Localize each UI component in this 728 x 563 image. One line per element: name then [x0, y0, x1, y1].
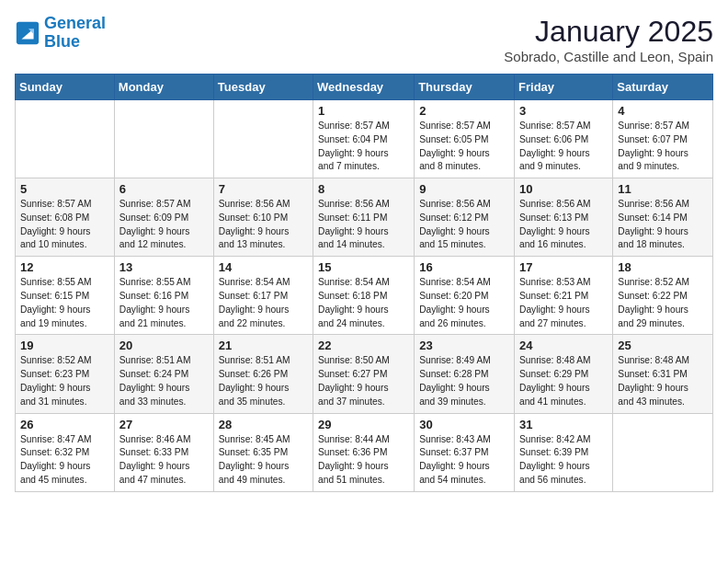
day-number: 28: [219, 418, 308, 431]
logo-text: General Blue: [44, 15, 106, 52]
calendar-cell: 23Sunrise: 8:49 AM Sunset: 6:28 PM Dayli…: [415, 335, 515, 413]
logo-line2: Blue: [44, 33, 106, 52]
day-info: Sunrise: 8:57 AM Sunset: 6:09 PM Dayligh…: [119, 198, 209, 252]
day-info: Sunrise: 8:51 AM Sunset: 6:24 PM Dayligh…: [119, 354, 209, 408]
day-number: 22: [318, 339, 409, 352]
calendar-cell: 8Sunrise: 8:56 AM Sunset: 6:11 PM Daylig…: [313, 178, 415, 257]
day-number: 16: [419, 260, 509, 274]
day-info: Sunrise: 8:55 AM Sunset: 6:16 PM Dayligh…: [119, 276, 209, 330]
calendar-cell: 25Sunrise: 8:48 AM Sunset: 6:31 PM Dayli…: [613, 335, 713, 413]
calendar-week-row: 26Sunrise: 8:47 AM Sunset: 6:32 PM Dayli…: [16, 413, 713, 491]
calendar-cell: 4Sunrise: 8:57 AM Sunset: 6:07 PM Daylig…: [613, 100, 713, 178]
day-number: 17: [519, 260, 608, 274]
calendar-cell: 2Sunrise: 8:57 AM Sunset: 6:05 PM Daylig…: [415, 100, 515, 178]
day-info: Sunrise: 8:57 AM Sunset: 6:07 PM Dayligh…: [618, 120, 708, 174]
day-info: Sunrise: 8:54 AM Sunset: 6:17 PM Dayligh…: [219, 276, 308, 330]
calendar-cell: 18Sunrise: 8:52 AM Sunset: 6:22 PM Dayli…: [613, 257, 713, 335]
day-number: 25: [618, 339, 708, 352]
month-title: January 2025: [504, 15, 713, 49]
day-header-tuesday: Tuesday: [213, 75, 313, 100]
calendar-cell: 31Sunrise: 8:42 AM Sunset: 6:39 PM Dayli…: [515, 413, 613, 491]
day-number: 21: [219, 339, 308, 352]
day-number: 12: [20, 260, 109, 274]
day-info: Sunrise: 8:56 AM Sunset: 6:13 PM Dayligh…: [519, 198, 608, 252]
title-block: January 2025 Sobrado, Castille and Leon,…: [504, 15, 713, 64]
calendar-cell: 24Sunrise: 8:48 AM Sunset: 6:29 PM Dayli…: [515, 335, 613, 413]
page-header: General Blue January 2025 Sobrado, Casti…: [15, 15, 713, 64]
day-header-thursday: Thursday: [415, 75, 515, 100]
calendar-cell: 12Sunrise: 8:55 AM Sunset: 6:15 PM Dayli…: [16, 257, 115, 335]
day-header-sunday: Sunday: [16, 75, 115, 100]
day-header-friday: Friday: [515, 75, 613, 100]
day-number: 20: [119, 339, 209, 352]
day-info: Sunrise: 8:54 AM Sunset: 6:18 PM Dayligh…: [318, 276, 409, 330]
day-info: Sunrise: 8:49 AM Sunset: 6:28 PM Dayligh…: [419, 354, 509, 408]
location-title: Sobrado, Castille and Leon, Spain: [504, 49, 713, 64]
day-info: Sunrise: 8:56 AM Sunset: 6:14 PM Dayligh…: [618, 198, 708, 252]
day-header-saturday: Saturday: [613, 75, 713, 100]
calendar-cell: [213, 100, 313, 178]
day-number: 26: [20, 418, 109, 431]
calendar-cell: 28Sunrise: 8:45 AM Sunset: 6:35 PM Dayli…: [213, 413, 313, 491]
day-number: 30: [419, 418, 509, 431]
calendar-table: SundayMondayTuesdayWednesdayThursdayFrid…: [15, 74, 713, 492]
day-info: Sunrise: 8:52 AM Sunset: 6:22 PM Dayligh…: [618, 276, 708, 330]
day-number: 23: [419, 339, 509, 352]
day-number: 14: [219, 260, 308, 274]
day-info: Sunrise: 8:57 AM Sunset: 6:08 PM Dayligh…: [20, 198, 109, 252]
day-number: 2: [419, 104, 509, 118]
day-number: 24: [519, 339, 608, 352]
day-info: Sunrise: 8:43 AM Sunset: 6:37 PM Dayligh…: [419, 433, 509, 488]
calendar-cell: 13Sunrise: 8:55 AM Sunset: 6:16 PM Dayli…: [114, 257, 213, 335]
day-number: 29: [318, 418, 409, 431]
calendar-cell: 17Sunrise: 8:53 AM Sunset: 6:21 PM Dayli…: [515, 257, 613, 335]
calendar-cell: [16, 100, 115, 178]
calendar-cell: 19Sunrise: 8:52 AM Sunset: 6:23 PM Dayli…: [16, 335, 115, 413]
calendar-cell: [613, 413, 713, 491]
logo: General Blue: [15, 15, 106, 52]
day-info: Sunrise: 8:57 AM Sunset: 6:06 PM Dayligh…: [519, 120, 608, 174]
calendar-week-row: 19Sunrise: 8:52 AM Sunset: 6:23 PM Dayli…: [16, 335, 713, 413]
calendar-cell: [114, 100, 213, 178]
calendar-week-row: 12Sunrise: 8:55 AM Sunset: 6:15 PM Dayli…: [16, 257, 713, 335]
day-info: Sunrise: 8:54 AM Sunset: 6:20 PM Dayligh…: [419, 276, 509, 330]
calendar-cell: 7Sunrise: 8:56 AM Sunset: 6:10 PM Daylig…: [213, 178, 313, 257]
day-number: 7: [219, 182, 308, 196]
day-header-wednesday: Wednesday: [313, 75, 415, 100]
day-info: Sunrise: 8:50 AM Sunset: 6:27 PM Dayligh…: [318, 354, 409, 408]
day-info: Sunrise: 8:51 AM Sunset: 6:26 PM Dayligh…: [219, 354, 308, 408]
day-info: Sunrise: 8:53 AM Sunset: 6:21 PM Dayligh…: [519, 276, 608, 330]
day-info: Sunrise: 8:56 AM Sunset: 6:12 PM Dayligh…: [419, 198, 509, 252]
day-number: 6: [119, 182, 209, 196]
day-info: Sunrise: 8:45 AM Sunset: 6:35 PM Dayligh…: [219, 433, 308, 488]
day-info: Sunrise: 8:57 AM Sunset: 6:04 PM Dayligh…: [318, 120, 409, 174]
day-info: Sunrise: 8:56 AM Sunset: 6:10 PM Dayligh…: [219, 198, 308, 252]
calendar-cell: 22Sunrise: 8:50 AM Sunset: 6:27 PM Dayli…: [313, 335, 415, 413]
calendar-header-row: SundayMondayTuesdayWednesdayThursdayFrid…: [16, 75, 713, 100]
calendar-cell: 26Sunrise: 8:47 AM Sunset: 6:32 PM Dayli…: [16, 413, 115, 491]
day-info: Sunrise: 8:47 AM Sunset: 6:32 PM Dayligh…: [20, 433, 109, 488]
calendar-cell: 5Sunrise: 8:57 AM Sunset: 6:08 PM Daylig…: [16, 178, 115, 257]
day-info: Sunrise: 8:46 AM Sunset: 6:33 PM Dayligh…: [119, 433, 209, 488]
day-number: 15: [318, 260, 409, 274]
calendar-cell: 3Sunrise: 8:57 AM Sunset: 6:06 PM Daylig…: [515, 100, 613, 178]
calendar-week-row: 1Sunrise: 8:57 AM Sunset: 6:04 PM Daylig…: [16, 100, 713, 178]
calendar-cell: 11Sunrise: 8:56 AM Sunset: 6:14 PM Dayli…: [613, 178, 713, 257]
day-number: 11: [618, 182, 708, 196]
day-number: 27: [119, 418, 209, 431]
day-number: 3: [519, 104, 608, 118]
calendar-cell: 21Sunrise: 8:51 AM Sunset: 6:26 PM Dayli…: [213, 335, 313, 413]
calendar-cell: 15Sunrise: 8:54 AM Sunset: 6:18 PM Dayli…: [313, 257, 415, 335]
logo-line1: General: [44, 14, 106, 32]
calendar-cell: 6Sunrise: 8:57 AM Sunset: 6:09 PM Daylig…: [114, 178, 213, 257]
day-info: Sunrise: 8:57 AM Sunset: 6:05 PM Dayligh…: [419, 120, 509, 174]
day-number: 8: [318, 182, 409, 196]
day-number: 19: [20, 339, 109, 352]
calendar-cell: 16Sunrise: 8:54 AM Sunset: 6:20 PM Dayli…: [415, 257, 515, 335]
logo-icon: [15, 20, 40, 46]
day-header-monday: Monday: [114, 75, 213, 100]
day-info: Sunrise: 8:56 AM Sunset: 6:11 PM Dayligh…: [318, 198, 409, 252]
calendar-cell: 29Sunrise: 8:44 AM Sunset: 6:36 PM Dayli…: [313, 413, 415, 491]
calendar-week-row: 5Sunrise: 8:57 AM Sunset: 6:08 PM Daylig…: [16, 178, 713, 257]
day-info: Sunrise: 8:52 AM Sunset: 6:23 PM Dayligh…: [20, 354, 109, 408]
